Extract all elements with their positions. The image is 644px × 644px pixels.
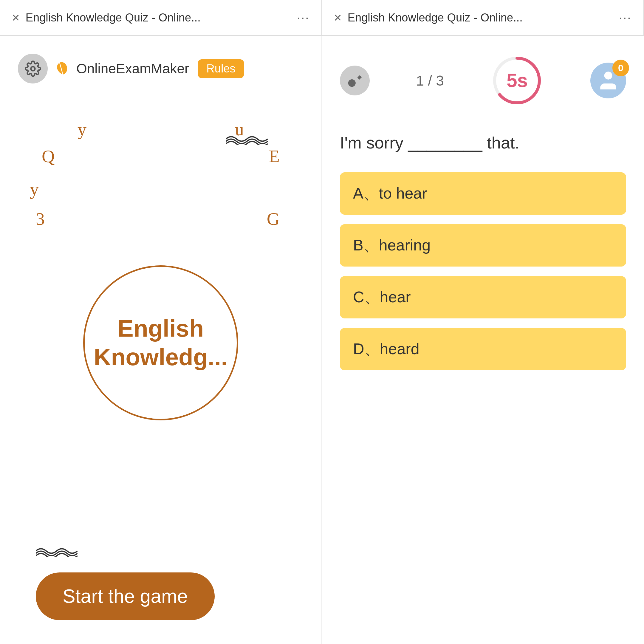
avatar-area: 0	[590, 63, 626, 98]
quiz-logo-circle: English Knowledg...	[83, 265, 238, 420]
timer-text: 5s	[507, 69, 528, 92]
right-header: 1 / 3 5s 0	[340, 54, 626, 107]
tab-left-menu[interactable]: ···	[297, 10, 309, 25]
right-panel: 1 / 3 5s 0 I'm sorr	[322, 36, 644, 644]
rules-badge[interactable]: Rules	[198, 59, 244, 78]
tab-right[interactable]: × English Knowledge Quiz - Online... ···	[322, 0, 644, 35]
float-g: G	[267, 209, 280, 229]
left-header: OnlineExamMaker Rules	[18, 54, 244, 83]
left-panel: OnlineExamMaker Rules y u Q y 3 E G	[0, 36, 322, 644]
key-icon	[340, 66, 370, 95]
option-c[interactable]: C、hear	[340, 276, 626, 318]
tab-right-title: English Knowledge Quiz - Online...	[348, 11, 613, 24]
logo-text: OnlineExamMaker	[76, 61, 189, 77]
option-d[interactable]: D、heard	[340, 328, 626, 370]
svg-point-4	[604, 72, 612, 80]
logo-area: OnlineExamMaker	[54, 60, 189, 78]
wave-top-deco	[226, 131, 268, 148]
question-counter: 1 / 3	[416, 72, 444, 89]
tab-right-menu[interactable]: ···	[619, 10, 631, 25]
tab-left-title: English Knowledge Quiz - Online...	[26, 11, 291, 24]
tab-left-close[interactable]: ×	[12, 10, 20, 25]
avatar-badge: 0	[612, 60, 629, 76]
option-b[interactable]: B、hearing	[340, 224, 626, 267]
circle-area: y u Q y 3 E G English Knowledg...	[18, 113, 304, 572]
circle-title: English Knowledg...	[94, 314, 228, 371]
float-y1: y	[78, 119, 86, 140]
option-a[interactable]: A、to hear	[340, 172, 626, 215]
float-q: Q	[42, 146, 55, 167]
float-y2: y	[30, 179, 39, 199]
gear-icon[interactable]	[18, 54, 48, 83]
float-e: E	[269, 146, 280, 167]
tab-left[interactable]: × English Knowledge Quiz - Online... ···	[0, 0, 322, 35]
start-game-button[interactable]: Start the game	[36, 572, 215, 620]
float-3: 3	[36, 209, 45, 229]
wave-bottom-deco	[36, 543, 78, 561]
logo-leaf-icon	[54, 60, 72, 78]
timer-circle: 5s	[490, 54, 544, 107]
svg-point-0	[31, 66, 35, 71]
main-content: OnlineExamMaker Rules y u Q y 3 E G	[0, 36, 644, 644]
tab-right-close[interactable]: ×	[334, 10, 342, 25]
tabs-bar: × English Knowledge Quiz - Online... ···…	[0, 0, 644, 36]
question-text: I'm sorry ________ that.	[340, 131, 626, 154]
